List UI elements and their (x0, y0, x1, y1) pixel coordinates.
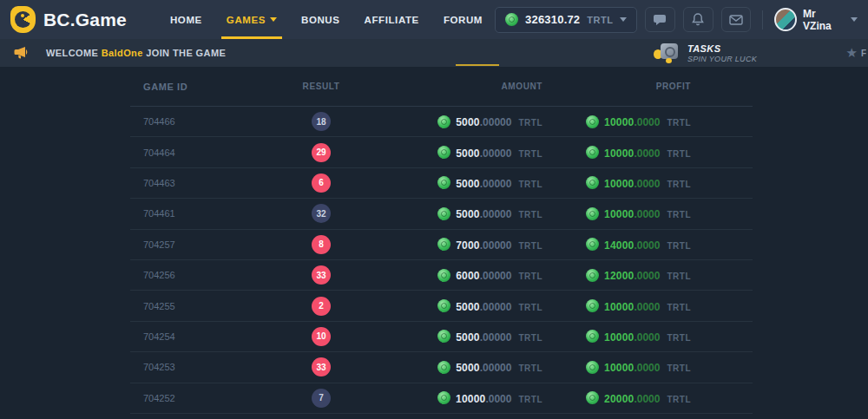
table-row[interactable]: 704257 8 7000.00000TRTL 14000.0000TRTL (130, 230, 753, 260)
balance-currency: TRTL (587, 15, 613, 25)
profit-int: 10000 (604, 147, 634, 160)
table-row[interactable]: 704254 10 5000.00000TRTL 10000.0000TRTL (130, 322, 753, 352)
balance-selector[interactable]: 326310.72 TRTL (495, 7, 637, 33)
avatar (774, 8, 797, 31)
profit-currency: TRTL (667, 363, 691, 373)
table-row[interactable]: 704256 33 6000.00000TRTL 12000.0000TRTL (130, 260, 753, 291)
game-id-cell: 704464 (130, 147, 256, 158)
profit-int: 10000 (604, 178, 634, 190)
table-row[interactable]: 704253 33 5000.00000TRTL 10000.0000TRTL (130, 352, 753, 383)
amount-int: 5000 (456, 147, 480, 160)
profit-int: 10000 (604, 208, 634, 220)
trtl-coin-icon (586, 330, 599, 343)
amount-dec: .00000 (480, 178, 512, 190)
table-row[interactable]: 704252 7 10000.0000TRTL 20000.0000TRTL (130, 383, 753, 414)
profit-currency: TRTL (667, 303, 691, 312)
amount-int: 5000 (456, 301, 480, 313)
amount-currency: TRTL (518, 180, 542, 189)
trtl-coin-icon (586, 361, 599, 374)
table-row[interactable]: 704464 29 5000.00000TRTL 10000.0000TRTL (130, 137, 753, 167)
profit-cell: 10000.0000TRTL (542, 114, 691, 129)
announcement-bar: WELCOME BaldOne JOIN THE GAME TASKS SPIN… (0, 39, 868, 67)
tasks-spinner-icon (654, 43, 680, 63)
amount-dec: .00000 (480, 208, 512, 220)
chevron-down-icon (851, 17, 858, 22)
profit-currency: TRTL (667, 118, 691, 128)
user-menu[interactable]: Mr VZina (774, 8, 858, 32)
profit-cell: 14000.0000TRTL (542, 237, 691, 252)
bets-table: GAME ID RESULT AMOUNT PROFIT 704466 18 5… (130, 67, 753, 414)
trtl-coin-icon (505, 13, 518, 26)
profit-cell: 12000.0000TRTL (542, 267, 691, 283)
amount-currency: TRTL (518, 118, 542, 128)
col-header-profit: PROFIT (542, 82, 691, 91)
profit-cell: 10000.0000TRTL (542, 145, 691, 160)
logo-text: BC.Game (43, 10, 127, 30)
header-divider (762, 10, 763, 29)
profit-dec: .0000 (634, 147, 660, 160)
amount-cell: 5000.00000TRTL (386, 298, 542, 314)
profit-int: 10000 (604, 116, 634, 128)
nav-affiliate[interactable]: AFFILIATE (352, 0, 431, 39)
trtl-coin-icon (437, 146, 450, 159)
messages-button[interactable] (721, 7, 752, 32)
result-badge: 10 (312, 327, 331, 346)
mail-icon (729, 15, 743, 25)
star-label: F (861, 49, 866, 58)
profit-dec: .0000 (634, 270, 660, 282)
amount-currency: TRTL (518, 241, 542, 251)
profit-currency: TRTL (667, 395, 691, 404)
profit-dec: .0000 (634, 178, 660, 190)
profit-currency: TRTL (667, 149, 691, 159)
profit-int: 12000 (604, 270, 634, 282)
profit-cell: 10000.0000TRTL (542, 175, 691, 191)
table-row[interactable]: 704466 18 5000.00000TRTL 10000.0000TRTL (130, 107, 753, 137)
tasks-title: TASKS (687, 43, 757, 54)
active-tab-indicator (456, 64, 499, 66)
profit-int: 10000 (604, 362, 634, 374)
profit-dec: .0000 (634, 393, 660, 405)
amount-cell: 5000.00000TRTL (386, 145, 542, 160)
amount-currency: TRTL (518, 272, 542, 281)
game-id-cell: 704461 (130, 208, 256, 219)
profit-dec: .0000 (634, 331, 660, 344)
amount-int: 5000 (456, 331, 480, 344)
table-row[interactable]: 704461 32 5000.00000TRTL 10000.0000TRTL (130, 199, 753, 229)
table-body: 704466 18 5000.00000TRTL 10000.0000TRTL … (130, 107, 753, 414)
nav-bonus[interactable]: BONUS (289, 0, 352, 39)
trtl-coin-icon (586, 269, 599, 282)
trtl-coin-icon (437, 391, 450, 404)
tasks-widget[interactable]: TASKS SPIN YOUR LUCK (654, 43, 757, 63)
table-row[interactable]: 704463 6 5000.00000TRTL 10000.0000TRTL (130, 168, 753, 199)
trtl-coin-icon (586, 176, 599, 189)
amount-cell: 7000.00000TRTL (386, 237, 542, 252)
game-id-cell: 704257 (130, 239, 256, 250)
main-nav: HOME GAMES BONUS AFFILIATE FORUM (158, 0, 495, 39)
trtl-coin-icon (437, 361, 450, 374)
profit-currency: TRTL (667, 180, 691, 189)
profit-dec: .0000 (634, 208, 660, 220)
favorites-toggle[interactable]: ★ F (846, 45, 866, 61)
nav-home[interactable]: HOME (158, 0, 214, 39)
table-row[interactable]: 704255 2 5000.00000TRTL 10000.0000TRTL (130, 291, 753, 321)
table-header-row: GAME ID RESULT AMOUNT PROFIT (130, 67, 753, 107)
bcgame-logo[interactable]: BC.Game (10, 6, 127, 33)
announcement-text: WELCOME BaldOne JOIN THE GAME (46, 48, 226, 58)
notifications-button[interactable] (683, 7, 713, 32)
nav-forum[interactable]: FORUM (431, 0, 495, 39)
amount-dec: .0000 (485, 393, 511, 405)
amount-dec: .00000 (480, 239, 512, 252)
nav-games[interactable]: GAMES (214, 0, 289, 39)
result-badge: 18 (312, 112, 331, 131)
amount-currency: TRTL (518, 149, 542, 159)
trtl-coin-icon (586, 146, 599, 159)
profit-currency: TRTL (667, 272, 691, 281)
amount-int: 7000 (456, 239, 480, 252)
game-id-cell: 704252 (130, 393, 256, 403)
amount-int: 5000 (456, 178, 480, 190)
amount-cell: 10000.0000TRTL (386, 390, 542, 406)
main-content: GAME ID RESULT AMOUNT PROFIT 704466 18 5… (0, 67, 868, 414)
chat-button[interactable] (645, 7, 675, 32)
game-id-cell: 704255 (130, 301, 256, 311)
amount-currency: TRTL (518, 333, 542, 343)
